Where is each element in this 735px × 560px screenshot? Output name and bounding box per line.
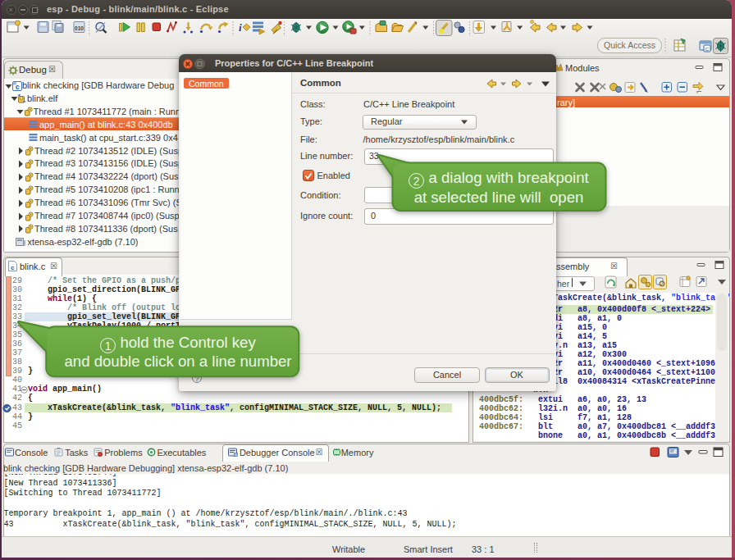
svg-text:c: c <box>16 84 20 91</box>
svg-text:C: C <box>705 47 710 52</box>
svg-text:c: c <box>11 264 15 271</box>
svg-text:i: i <box>239 21 242 34</box>
svg-text:010: 010 <box>75 25 84 31</box>
